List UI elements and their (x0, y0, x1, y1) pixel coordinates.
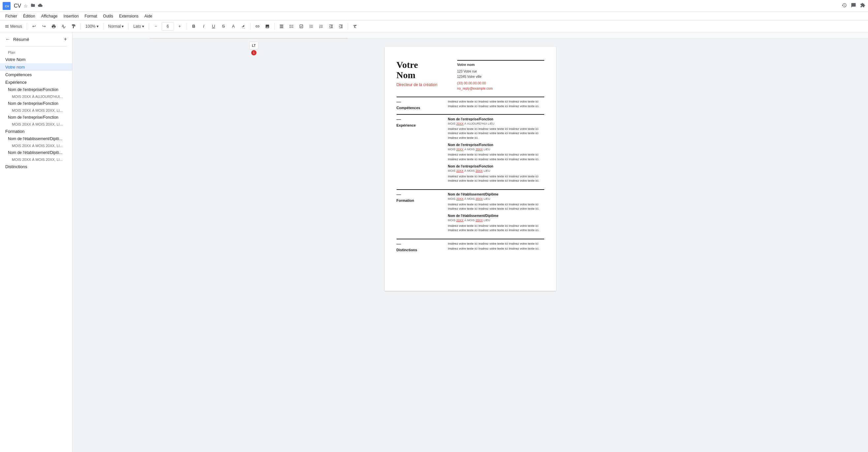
menu-edition[interactable]: Édition (21, 13, 38, 20)
style-value: Normal (108, 24, 121, 29)
competences-divider (397, 97, 544, 97)
sidebar: ← Résumé + Plan Votre Nom Votre nom Comp… (0, 32, 72, 452)
contact-name[interactable]: Votre nom (457, 62, 544, 68)
menu-bar: Fichier Édition Affichage Insertion Form… (0, 12, 868, 21)
menu-button[interactable]: Menus (3, 22, 24, 31)
style-chevron: ▾ (122, 24, 124, 29)
sidebar-item-exp-sub1[interactable]: MOIS 20XX À AUJOURD'HUI... (0, 93, 72, 100)
align-button[interactable] (277, 22, 286, 31)
paintformat-button[interactable] (69, 22, 78, 31)
formation-divider (397, 189, 544, 190)
resume-page[interactable]: Votre Nom Directeur de la création Votre… (385, 47, 556, 291)
highlight-button[interactable] (239, 22, 248, 31)
add-outline-button[interactable]: + (64, 36, 67, 42)
folder-icon[interactable] (31, 3, 35, 8)
sidebar-item-form-sub2[interactable]: MOIS 20XX À MOIS 20XX, LI... (0, 156, 72, 163)
chat-icon[interactable] (851, 3, 856, 9)
distinctions-row: — Distinctions Insérez votre texte ici I… (397, 241, 544, 252)
resume-subtitle[interactable]: Directeur de la création (397, 83, 449, 88)
sidebar-item-exp-sub2[interactable]: MOIS 20XX À MOIS 20XX, LI... (0, 107, 72, 114)
cloud-icon[interactable] (38, 3, 42, 8)
checklist-button[interactable] (297, 22, 306, 31)
history-icon[interactable] (842, 3, 847, 9)
lt-plugin-button[interactable]: LT (249, 41, 258, 50)
section-formation: — Formation Nom de l'établissement/Diplô… (397, 189, 544, 235)
zoom-button[interactable]: 100% ▾ (84, 22, 100, 31)
menu-extensions[interactable]: Extensions (116, 13, 141, 20)
sidebar-item-exp-entry1[interactable]: Nom de l'entreprise/Fonction (0, 86, 72, 93)
sep2 (81, 23, 81, 30)
menu-insertion[interactable]: Insertion (61, 13, 82, 20)
doc-area[interactable]: LT 1 Votre Nom Directeur de la création (72, 32, 868, 452)
contact-address1[interactable]: 123 Votre rue (457, 69, 544, 74)
numlist-button[interactable] (317, 22, 326, 31)
resume-name-block: Votre Nom Directeur de la création (397, 60, 449, 91)
sidebar-item-competences[interactable]: Compétences (0, 71, 72, 79)
competences-content[interactable]: Insérez votre texte ici Insérez votre te… (448, 99, 544, 110)
lt-label: LT (252, 44, 255, 48)
competences-row: — Compétences Insérez votre texte ici In… (397, 99, 544, 110)
competences-label: — Compétences (397, 99, 443, 110)
menu-aide[interactable]: Aide (142, 13, 155, 20)
indent-inc-button[interactable] (337, 22, 345, 31)
sidebar-item-form-entry1[interactable]: Nom de l'établissement/Diplô... (0, 135, 72, 143)
formation-row: — Formation Nom de l'établissement/Diplô… (397, 192, 544, 235)
font-inc-button[interactable]: + (175, 22, 184, 31)
star-icon[interactable]: ☆ (24, 3, 28, 8)
distinctions-content[interactable]: Insérez votre texte ici Insérez votre te… (448, 241, 544, 252)
menu-format[interactable]: Format (82, 13, 100, 20)
clearformat-button[interactable] (351, 22, 359, 31)
back-button[interactable]: ← (5, 36, 10, 42)
strikethrough-button[interactable]: S (219, 22, 228, 31)
italic-button[interactable]: I (199, 22, 208, 31)
formation-content: Nom de l'établissement/Diplôme MOIS 20XX… (448, 192, 544, 235)
linespace-button[interactable] (287, 22, 296, 31)
style-select[interactable]: Normal ▾ (106, 22, 126, 31)
puzzle-icon[interactable] (860, 3, 865, 9)
font-size-input[interactable] (161, 22, 174, 31)
menu-label: Menus (10, 24, 22, 29)
experience-content: Nom de l'entreprise/Fonction MOIS 20XX À… (448, 117, 544, 186)
spellcheck-button[interactable] (59, 22, 68, 31)
resume-name[interactable]: Votre Nom (397, 60, 449, 81)
app-icon: CV (3, 2, 10, 10)
textcolor-button[interactable]: A (229, 22, 238, 31)
sidebar-item-votre-nom-2[interactable]: Votre nom (0, 63, 72, 71)
bold-button[interactable]: B (190, 22, 198, 31)
top-bar: CV CV ☆ (0, 0, 868, 12)
resume-contact-block: Votre nom 123 Votre rue 12345 Votre vill… (457, 60, 544, 91)
bulletlist-button[interactable] (307, 22, 315, 31)
ruler (72, 32, 868, 39)
plan-label: Plan (0, 49, 72, 56)
undo-button[interactable]: ↩ (30, 22, 38, 31)
print-button[interactable] (50, 22, 58, 31)
menu-outils[interactable]: Outils (100, 13, 116, 20)
sidebar-item-formation[interactable]: Formation (0, 128, 72, 135)
sidebar-item-exp-entry3[interactable]: Nom de l'entreprise/Fonction (0, 114, 72, 121)
form-entry-1: Nom de l'établissement/Diplôme MOIS 20XX… (448, 192, 544, 211)
sidebar-item-experience[interactable]: Expérience (0, 79, 72, 86)
menu-affichage[interactable]: Affichage (38, 13, 60, 20)
link-button[interactable] (253, 22, 262, 31)
sidebar-item-distinctions[interactable]: Distinctions (0, 163, 72, 171)
sidebar-item-form-entry2[interactable]: Nom de l'établissement/Diplô... (0, 149, 72, 156)
distinctions-label: — Distinctions (397, 241, 443, 252)
sidebar-item-votre-nom-1[interactable]: Votre Nom (0, 56, 72, 63)
font-select[interactable]: Lato ▾ (131, 22, 146, 31)
insert-image-button[interactable] (263, 22, 272, 31)
distinctions-divider (397, 239, 544, 239)
font-dec-button[interactable]: − (152, 22, 160, 31)
form-entry-2: Nom de l'établissement/Diplôme MOIS 20XX… (448, 213, 544, 232)
sidebar-item-exp-sub3[interactable]: MOIS 20XX À MOIS 20XX, LI... (0, 121, 72, 128)
top-right-icons (842, 3, 865, 9)
contact-email[interactable]: no_reply@example.com (457, 86, 544, 91)
underline-button[interactable]: U (209, 22, 218, 31)
redo-button[interactable]: ↪ (39, 22, 48, 31)
menu-fichier[interactable]: Fichier (3, 13, 20, 20)
indent-dec-button[interactable] (327, 22, 335, 31)
contact-phone[interactable]: (33) 00.00.00.00.00 (457, 81, 544, 86)
sidebar-item-exp-entry2[interactable]: Nom de l'entreprise/Fonction (0, 100, 72, 107)
contact-address2[interactable]: 12345 Votre ville (457, 74, 544, 80)
sidebar-item-form-sub1[interactable]: MOIS 20XX À MOIS 20XX, LI... (0, 143, 72, 149)
doc-title[interactable]: CV (14, 3, 21, 9)
